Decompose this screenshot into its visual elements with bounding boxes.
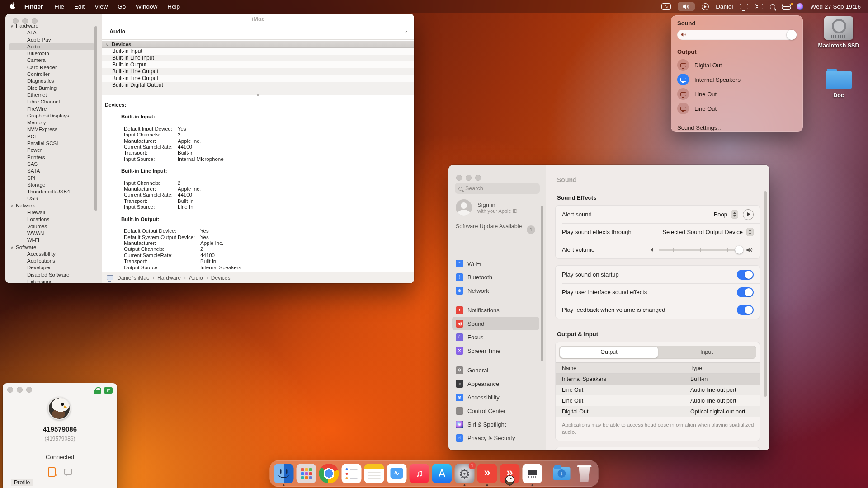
sidebar-item-bluetooth[interactable]: ᛒ Bluetooth — [452, 270, 539, 284]
sidebar-item[interactable]: Hardware — [9, 23, 94, 29]
volume-slider-knob[interactable] — [787, 30, 797, 40]
zoom-button[interactable] — [26, 387, 32, 393]
profile-tab[interactable]: Profile — [11, 479, 33, 486]
file-transfer-icon[interactable] — [48, 467, 56, 477]
breadcrumb-item[interactable]: Hardware — [157, 275, 181, 281]
sidebar-item[interactable]: Extensions — [9, 278, 94, 283]
sidebar-item-notifications[interactable]: ! Notifications — [452, 303, 539, 317]
dock-anydesk-session[interactable] — [500, 464, 520, 483]
sidebar-item[interactable]: Card Reader — [9, 64, 94, 71]
menu-item[interactable]: Go — [113, 3, 131, 10]
tab-output[interactable]: Output — [560, 347, 658, 358]
output-device-item[interactable]: Digital Out — [677, 58, 797, 72]
output-device-item[interactable]: Internal Speakers — [677, 72, 797, 87]
toggle-switch[interactable] — [737, 305, 754, 315]
minimize-button[interactable] — [466, 175, 472, 181]
sidebar-item[interactable]: Storage — [9, 182, 94, 188]
sidebar-item[interactable]: Wi-Fi — [9, 237, 94, 244]
sidebar-item[interactable]: USB — [9, 195, 94, 202]
sidebar-item[interactable]: NVMExpress — [9, 126, 94, 133]
menu-item[interactable]: Window — [131, 3, 162, 10]
breadcrumb-item[interactable]: Daniel's iMac — [117, 275, 149, 281]
sidebar-item-siri-spotlight[interactable]: ◉ Siri & Spotlight — [452, 418, 539, 431]
dock-chrome[interactable] — [319, 464, 339, 483]
slider-knob[interactable] — [735, 246, 743, 254]
sidebar-item[interactable]: Volumes — [9, 223, 94, 230]
sidebar-item[interactable]: Apple Pay — [9, 37, 94, 43]
volume-slider[interactable] — [677, 30, 797, 40]
sidebar-item[interactable]: ATA — [9, 29, 94, 36]
sidebar-item-wifi[interactable]: ◠ Wi-Fi — [452, 257, 539, 270]
devices-group-header[interactable]: Devices — [102, 41, 414, 48]
sidebar-item-control-center[interactable]: = Control Center — [452, 404, 539, 418]
dock-freeform[interactable] — [387, 464, 407, 483]
sidebar-item[interactable]: Firewall — [9, 209, 94, 216]
menu-item[interactable]: File — [49, 3, 69, 10]
sidebar-item[interactable]: Power — [9, 147, 94, 154]
dock-system-settings[interactable]: 1 — [455, 464, 475, 483]
device-row[interactable]: Built-in Input — [102, 48, 414, 55]
alert-volume-slider[interactable] — [650, 247, 754, 253]
sidebar-item[interactable]: Applications — [9, 258, 94, 264]
device-row[interactable]: Built-in Line Input — [102, 55, 414, 61]
table-row[interactable]: Digital Out Optical digital-out port — [556, 406, 760, 417]
sidebar-item[interactable]: SATA — [9, 168, 94, 174]
control-center-icon[interactable] — [782, 4, 790, 10]
sidebar-item[interactable]: Memory — [9, 119, 94, 126]
sidebar-item[interactable]: Locations — [9, 216, 94, 223]
menu-item[interactable]: Help — [162, 3, 185, 10]
search-input[interactable] — [465, 185, 528, 192]
sidebar-item-general[interactable]: ⚙ General — [452, 363, 539, 377]
close-button[interactable] — [7, 387, 13, 393]
sidebar-item[interactable]: Graphics/Displays — [9, 113, 94, 119]
sidebar-item[interactable]: Audio — [9, 43, 94, 50]
sidebar-scrollbar[interactable] — [541, 206, 543, 361]
sidebar-item[interactable]: Accessibility — [9, 251, 94, 258]
dock-notes[interactable] — [364, 464, 384, 483]
sidebar-item[interactable]: SPI — [9, 175, 94, 182]
sidebar-item[interactable]: SAS — [9, 161, 94, 168]
sidebar-item[interactable]: FireWire — [9, 106, 94, 113]
sidebar-item[interactable]: Disc Burning — [9, 85, 94, 92]
sidebar-item[interactable]: Network — [9, 202, 94, 209]
volume-menu-item[interactable] — [678, 2, 695, 11]
stage-manager-icon[interactable] — [755, 4, 763, 9]
activity-monitor-icon[interactable]: ∿ — [661, 3, 671, 10]
alert-sound-popup-button[interactable] — [731, 210, 738, 219]
active-app-name[interactable]: Finder — [19, 3, 48, 10]
dock-reminders[interactable] — [342, 464, 362, 483]
close-button[interactable] — [456, 175, 462, 181]
window-controls[interactable] — [456, 175, 481, 181]
breadcrumb-item[interactable]: Audio — [189, 275, 203, 281]
sidebar-item[interactable]: Ethernet — [9, 92, 94, 99]
menu-bar-clock[interactable]: Wed 27 Sep 19:16 — [810, 3, 861, 10]
sidebar-item[interactable]: Software — [9, 244, 94, 251]
sidebar-item[interactable]: Diagnostics — [9, 78, 94, 84]
search-field[interactable] — [455, 183, 540, 194]
sidebar-item-sound[interactable]: ◀) Sound — [452, 317, 539, 330]
sidebar-item[interactable]: Printers — [9, 154, 94, 161]
play-alert-sound-button[interactable] — [743, 209, 754, 220]
device-row[interactable]: Built-in Digital Output — [102, 82, 414, 89]
spotlight-search-icon[interactable] — [770, 4, 775, 9]
dock-music[interactable] — [410, 464, 429, 483]
desktop-icon-doc-folder[interactable]: Doc — [811, 69, 866, 99]
dock-anydesk[interactable] — [477, 464, 497, 483]
dock-chip-tool[interactable] — [523, 464, 542, 483]
tab-input[interactable]: Input — [658, 347, 755, 358]
device-row[interactable]: Built-in Line Output — [102, 75, 414, 82]
dock-finder[interactable] — [274, 464, 294, 483]
sidebar-item[interactable]: Fibre Channel — [9, 99, 94, 105]
sidebar-item[interactable]: Controller — [9, 71, 94, 78]
audio-section-header[interactable]: Audio — [102, 24, 414, 40]
screen-share-icon[interactable]: ⇄ — [104, 387, 113, 394]
sidebar-item[interactable]: Disabled Software — [9, 272, 94, 278]
sidebar-scrollbar[interactable] — [94, 26, 97, 211]
device-row[interactable]: Built-in Line Output — [102, 68, 414, 75]
collapse-chevron-icon[interactable] — [403, 31, 409, 33]
sidebar-item[interactable]: Camera — [9, 57, 94, 64]
sidebar-item-network[interactable]: ⊕ Network — [452, 284, 539, 297]
sidebar-item[interactable]: Thunderbolt/USB4 — [9, 188, 94, 195]
sidebar-item[interactable]: WWAN — [9, 230, 94, 237]
sidebar-item-focus[interactable]: ☾ Focus — [452, 330, 539, 344]
